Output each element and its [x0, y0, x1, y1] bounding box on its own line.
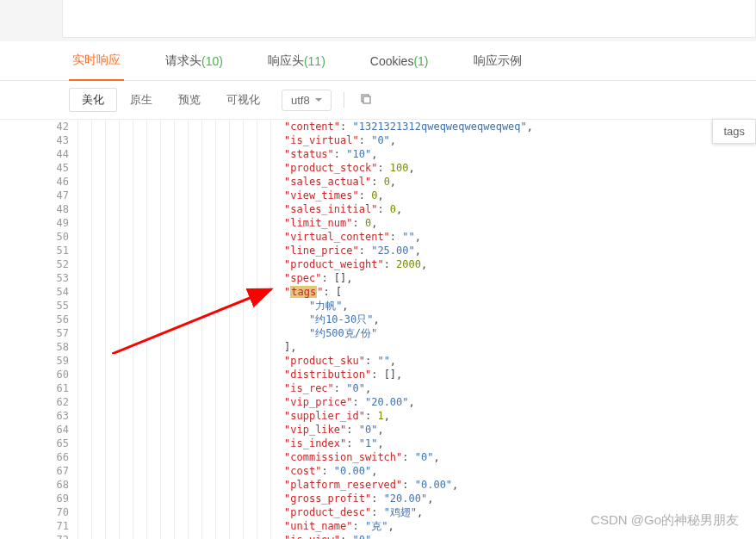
code-line: "virtual_content": "",	[284, 230, 756, 244]
code-content: 4243444546474849505152535455565758596061…	[0, 120, 756, 539]
code-line: "is view": "0"	[284, 533, 756, 539]
code-line: "sales_initial": 0,	[284, 202, 756, 216]
tabs-row: 实时响应 请求头(10) 响应头(11) Cookies(1) 响应示例	[0, 41, 756, 81]
code-line: ],	[284, 340, 756, 354]
line-number: 53	[0, 271, 69, 285]
code-line: "vip_like": "0",	[284, 423, 756, 437]
line-number: 72	[0, 533, 69, 539]
line-number: 63	[0, 409, 69, 423]
code-line: "content": "1321321312qweqweqweqweqweq",	[284, 120, 756, 133]
line-number: 50	[0, 230, 69, 244]
code-line: "platform_reserved": "0.00",	[284, 478, 756, 492]
view-preview[interactable]: 预览	[165, 88, 214, 112]
line-number: 48	[0, 202, 69, 216]
view-raw[interactable]: 原生	[117, 88, 165, 112]
copy-icon[interactable]	[356, 90, 375, 111]
code-line: "product_stock": 100,	[284, 161, 756, 175]
code-line: "约10-30只",	[284, 313, 756, 326]
line-number: 46	[0, 175, 69, 189]
line-number: 44	[0, 147, 69, 161]
line-number: 49	[0, 216, 69, 230]
indent-guides	[77, 120, 284, 539]
svg-rect-1	[363, 96, 370, 103]
code-line: "line_price": "25.00",	[284, 244, 756, 257]
code-line: "commission_switch": "0",	[284, 450, 756, 464]
code-line: "product_sku": "",	[284, 354, 756, 368]
code-line: "distribution": [],	[284, 368, 756, 381]
line-number: 42	[0, 120, 69, 133]
tab-request-headers[interactable]: 请求头(10)	[162, 41, 226, 81]
line-number: 61	[0, 381, 69, 395]
top-panel	[62, 0, 756, 38]
line-number: 59	[0, 354, 69, 368]
line-number: 70	[0, 505, 69, 519]
code-line: "vip_price": "20.00",	[284, 395, 756, 409]
line-number: 55	[0, 299, 69, 313]
tab-realtime-response[interactable]: 实时响应	[69, 41, 124, 81]
code-line: "cost": "0.00",	[284, 464, 756, 478]
code-line: "is_rec": "0",	[284, 381, 756, 395]
line-number: 62	[0, 395, 69, 409]
view-pretty[interactable]: 美化	[69, 88, 117, 112]
chevron-down-icon	[315, 98, 322, 102]
tab-cookies[interactable]: Cookies(1)	[367, 41, 432, 81]
code-line: "limit_num": 0,	[284, 216, 756, 230]
line-number: 57	[0, 326, 69, 340]
search-popup[interactable]: tags	[712, 119, 756, 144]
code-line: "sales_actual": 0,	[284, 175, 756, 189]
line-number: 69	[0, 492, 69, 505]
line-gutter: 4243444546474849505152535455565758596061…	[0, 120, 77, 539]
code-line: "tags": [	[284, 285, 756, 299]
code-lines[interactable]: "content": "1321321312qweqweqweqweqweq",…	[284, 120, 756, 539]
code-line: "supplier_id": 1,	[284, 409, 756, 423]
line-number: 56	[0, 313, 69, 326]
line-number: 54	[0, 285, 69, 299]
watermark: CSDN @Go的神秘男朋友	[591, 512, 739, 529]
code-line: "gross_profit": "20.00",	[284, 492, 756, 505]
view-visual[interactable]: 可视化	[214, 88, 273, 112]
line-number: 47	[0, 189, 69, 202]
line-number: 45	[0, 161, 69, 175]
line-number: 68	[0, 478, 69, 492]
line-number: 58	[0, 340, 69, 354]
line-number: 64	[0, 423, 69, 437]
line-number: 66	[0, 450, 69, 464]
code-line: "is_virtual": "0",	[284, 133, 756, 147]
code-line: "spec": [],	[284, 271, 756, 285]
divider	[344, 92, 344, 108]
line-number: 67	[0, 464, 69, 478]
code-line: "status": "10",	[284, 147, 756, 161]
code-line: "view_times": 0,	[284, 189, 756, 202]
code-line: "is_index": "1",	[284, 437, 756, 450]
encoding-select[interactable]: utf8	[282, 90, 332, 111]
line-number: 51	[0, 244, 69, 257]
line-number: 52	[0, 257, 69, 271]
tab-response-example[interactable]: 响应示例	[470, 41, 525, 81]
code-line: "product_weight": 2000,	[284, 257, 756, 271]
line-number: 60	[0, 368, 69, 381]
toolbar: 美化 原生 预览 可视化 utf8	[0, 81, 756, 120]
line-number: 71	[0, 519, 69, 533]
line-number: 65	[0, 437, 69, 450]
tab-response-headers[interactable]: 响应头(11)	[264, 41, 329, 81]
code-line: "力帆",	[284, 299, 756, 313]
line-number: 43	[0, 133, 69, 147]
code-line: "约500克/份"	[284, 326, 756, 340]
